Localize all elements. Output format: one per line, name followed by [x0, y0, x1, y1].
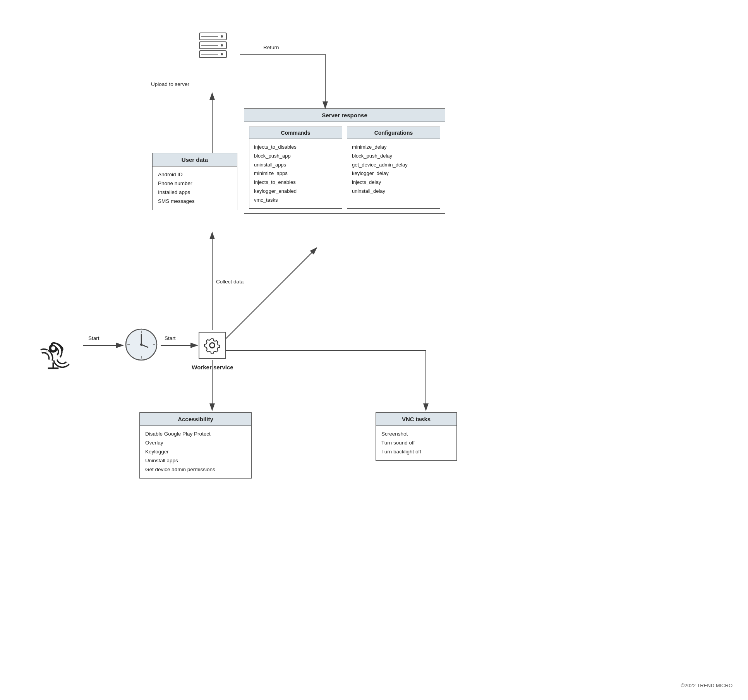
accessibility-item: Get device admin permissions — [145, 465, 246, 474]
commands-header: Commands — [249, 127, 342, 139]
command-item: uninstall_apps — [254, 161, 337, 170]
start-label-2: Start — [165, 335, 176, 341]
user-data-item: Phone number — [158, 179, 232, 188]
user-data-box: User data Android ID Phone number Instal… — [152, 153, 237, 210]
vnc-task-item: Screenshot — [381, 430, 451, 439]
configurations-box: Configurations minimize_delay block_push… — [347, 127, 440, 209]
config-item: minimize_delay — [352, 143, 435, 152]
worker-service-label: Worker service — [191, 364, 234, 371]
vnc-task-item: Turn sound off — [381, 439, 451, 448]
config-item: block_push_delay — [352, 152, 435, 161]
biohazard-icon — [31, 326, 75, 372]
commands-box: Commands injects_to_disables block_push_… — [249, 127, 342, 209]
commands-body: injects_to_disables block_push_app unins… — [249, 139, 342, 208]
svg-point-14 — [221, 35, 223, 38]
worker-service-gear — [199, 332, 226, 359]
server-response-header: Server response — [244, 109, 445, 122]
svg-line-7 — [226, 248, 317, 339]
user-data-item: Installed apps — [158, 188, 232, 197]
diagram: Upload to server Return User data Androi… — [0, 0, 748, 700]
vnc-task-item: Turn backlight off — [381, 448, 451, 456]
command-item: injects_to_disables — [254, 143, 337, 152]
vnc-tasks-header: VNC tasks — [376, 413, 456, 426]
start-label-1: Start — [88, 335, 100, 341]
command-item: block_push_app — [254, 152, 337, 161]
svg-point-22 — [51, 346, 56, 351]
svg-point-15 — [221, 44, 223, 46]
copyright: ©2022 TREND MICRO — [681, 683, 733, 688]
config-item: get_device_admin_delay — [352, 161, 435, 170]
config-item: uninstall_delay — [352, 187, 435, 196]
user-data-item: SMS messages — [158, 197, 232, 206]
server-response-body: Commands injects_to_disables block_push_… — [244, 122, 445, 213]
command-item: injects_to_enables — [254, 178, 337, 187]
configurations-header: Configurations — [347, 127, 440, 139]
accessibility-item: Keylogger — [145, 448, 246, 456]
accessibility-item: Overlay — [145, 439, 246, 448]
accessibility-item: Uninstall apps — [145, 456, 246, 465]
user-data-header: User data — [153, 153, 237, 166]
server-icon — [190, 23, 236, 81]
arrows-svg — [0, 0, 748, 700]
accessibility-header: Accessibility — [140, 413, 251, 426]
user-data-item: Android ID — [158, 170, 232, 179]
collect-data-label: Collect data — [216, 279, 244, 285]
vnc-tasks-box: VNC tasks Screenshot Turn sound off Turn… — [376, 412, 457, 461]
svg-point-16 — [221, 53, 223, 55]
user-data-body: Android ID Phone number Installed apps S… — [153, 166, 237, 210]
configurations-body: minimize_delay block_push_delay get_devi… — [347, 139, 440, 200]
upload-to-server-label: Upload to server — [151, 81, 189, 87]
vnc-tasks-body: Screenshot Turn sound off Turn backlight… — [376, 426, 456, 460]
accessibility-item: Disable Google Play Protect — [145, 430, 246, 439]
command-item: minimize_apps — [254, 169, 337, 178]
config-item: injects_delay — [352, 178, 435, 187]
return-label: Return — [263, 45, 279, 50]
accessibility-box: Accessibility Disable Google Play Protec… — [139, 412, 252, 479]
clock-icon — [124, 327, 159, 362]
config-item: keylogger_delay — [352, 169, 435, 178]
svg-point-29 — [140, 343, 142, 346]
server-response-box: Server response Commands injects_to_disa… — [244, 108, 445, 214]
accessibility-body: Disable Google Play Protect Overlay Keyl… — [140, 426, 251, 478]
command-item: vmc_tasks — [254, 196, 337, 205]
command-item: keylogger_enabled — [254, 187, 337, 196]
